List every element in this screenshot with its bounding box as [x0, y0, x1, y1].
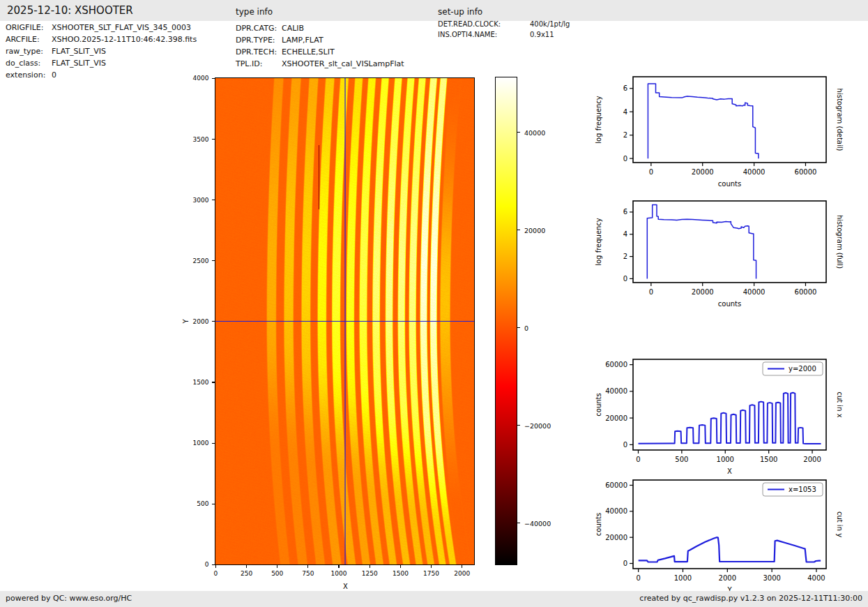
yaxis-label: log frequency: [595, 96, 602, 144]
metadata-row: do_class:FLAT_SLIT_VIS: [6, 57, 197, 69]
x-tick-label: 20000: [692, 288, 714, 296]
x-tick: [307, 564, 308, 568]
y-tick-label: 0: [623, 441, 627, 449]
x-tick-label: 750: [302, 570, 314, 577]
x-tick-label: 40000: [743, 168, 766, 176]
metadata-value: FLAT_SLIT_VIS: [52, 57, 106, 69]
x-tick-label: 500: [271, 570, 283, 577]
type-info-heading: type info: [236, 7, 273, 17]
axes-frame: [633, 77, 826, 163]
y-tick: [212, 139, 215, 140]
echelle-flat-heatmap: [215, 78, 474, 564]
yaxis-label: counts: [595, 513, 602, 536]
metadata-value: 0: [52, 69, 56, 81]
main-yaxis-label: Y: [182, 319, 190, 323]
x-tick-label: 1250: [362, 570, 378, 577]
metadata-label: do_class:: [6, 57, 52, 69]
x-tick-label: 60000: [795, 288, 817, 296]
y-tick-label: 4000: [193, 75, 209, 82]
x-tick-label: 250: [241, 570, 252, 577]
x-tick-label: 1000: [331, 570, 347, 577]
y-tick-label: 0: [623, 560, 627, 567]
yaxis-label: log frequency: [595, 218, 602, 266]
metadata-row: ARCFILE:XSHOO.2025-12-11T10:46:42.398.fi…: [6, 33, 197, 45]
setup-info-heading: set-up info: [438, 7, 482, 17]
metadata-value: XSHOOTER_SLT_FLAT_VIS_345_0003: [52, 22, 191, 33]
x-tick-label: 0: [649, 288, 653, 296]
x-tick-label: 2000: [803, 456, 821, 463]
metadata-label: ARCFILE:: [6, 33, 52, 45]
footer-left-text: powered by QC: www.eso.org/HC: [6, 594, 132, 603]
metadata-value: XSHOO.2025-12-11T10:46:42.398.fits: [52, 33, 197, 45]
x-tick-label: 0: [636, 456, 640, 463]
type-info-value: ECHELLE,SLIT: [282, 46, 335, 58]
colorbar-tick-label: 40000: [524, 129, 545, 137]
y-tick: [212, 443, 215, 444]
type-info-row: DPR.TECH:ECHELLE,SLIT: [236, 46, 404, 58]
y-tick-label: 60000: [605, 361, 627, 368]
type-info-block: DPR.CATG:CALIBDPR.TYPE:LAMP,FLATDPR.TECH…: [236, 22, 404, 70]
series-line: [648, 84, 758, 158]
x-tick-label: 1750: [423, 570, 439, 577]
metadata-row: raw_type:FLAT_SLIT_VIS: [6, 45, 197, 57]
y-tick-label: 1500: [193, 379, 209, 386]
y-tick-label: 2: [623, 253, 627, 260]
qc-report-page: { "header": { "title": "2025-12-10: XSHO…: [0, 0, 868, 607]
y-tick: [212, 260, 215, 261]
type-info-row: TPL.ID:XSHOOTER_slt_cal_VISLampFlat: [236, 58, 404, 70]
cut-in-y-chart: 010002000300040000200004000060000Ycounts…: [577, 465, 868, 607]
xaxis-label: counts: [718, 300, 741, 308]
x-tick: [431, 564, 432, 568]
y-tick: [212, 321, 215, 322]
setup-info-row: INS.OPTI4.NAME:0.9x11: [438, 29, 570, 40]
x-tick-label: 1000: [674, 574, 692, 582]
legend-label: x=1053: [789, 486, 816, 493]
main-xaxis-label: X: [343, 583, 348, 590]
y-tick-label: 2: [623, 131, 627, 139]
footer-right-text: created by qc_rawdisp.py v1.2.3 on 2025-…: [639, 594, 862, 603]
y-tick-label: 500: [197, 500, 208, 507]
x-tick: [277, 564, 277, 568]
colorbar-tick-label: −40000: [524, 520, 551, 527]
x-tick: [370, 564, 370, 568]
setup-info-value: 0.9x11: [530, 29, 554, 40]
x-tick-label: 0: [214, 570, 218, 577]
x-tick-label: 0: [649, 168, 653, 176]
x-tick: [400, 564, 401, 568]
legend-label: y=2000: [789, 365, 816, 373]
colorbar-tick-label: 20000: [524, 227, 545, 234]
setup-info-label: DET.READ.CLOCK:: [438, 19, 530, 29]
series-line: [647, 205, 756, 279]
y-tick: [212, 200, 215, 200]
colorbar-tick: [517, 425, 520, 426]
y-tick-label: 40000: [605, 507, 627, 515]
x-tick-label: 1500: [393, 570, 409, 577]
colorbar-tick: [517, 230, 520, 230]
y-tick-label: 3000: [193, 197, 209, 204]
x-tick-label: 60000: [795, 168, 817, 176]
setup-info-label: INS.OPTI4.NAME:: [438, 29, 530, 40]
y-tick: [212, 382, 215, 382]
type-info-value: LAMP,FLAT: [282, 34, 323, 46]
colorbar-tick: [517, 132, 520, 133]
x-tick-label: 20000: [692, 168, 714, 176]
y-tick-label: 4: [623, 108, 627, 116]
metadata-label: ORIGFILE:: [6, 22, 52, 33]
y-tick-label: 20000: [605, 534, 627, 541]
y-tick-label: 0: [205, 561, 209, 568]
x-tick-label: 2000: [454, 570, 470, 577]
type-info-label: DPR.TECH:: [236, 46, 282, 58]
x-tick-label: 0: [636, 574, 640, 582]
type-info-label: DPR.CATG:: [236, 22, 282, 34]
x-tick: [462, 564, 462, 568]
series-line: [639, 537, 821, 562]
x-tick-label: 2000: [719, 574, 736, 582]
y-tick: [212, 504, 215, 504]
y-tick: [212, 564, 215, 565]
x-tick: [215, 564, 216, 568]
y-tick: [212, 78, 215, 79]
right-panel-label: histogram (detail): [836, 89, 844, 151]
type-info-value: XSHOOTER_slt_cal_VISLampFlat: [282, 58, 404, 70]
x-tick-label: 3000: [763, 574, 780, 582]
y-tick-label: 3500: [193, 136, 209, 143]
